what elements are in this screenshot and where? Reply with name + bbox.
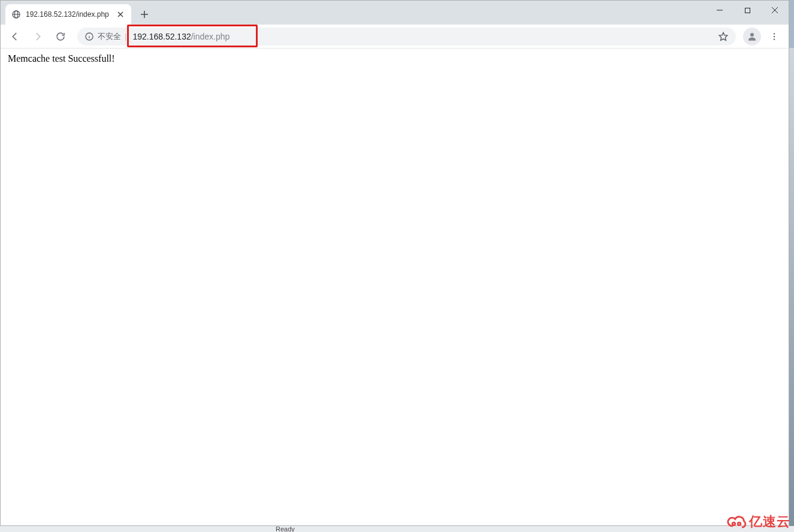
svg-marker-14 <box>719 32 727 40</box>
toolbar: 不安全 | 192.168.52.132/index.php <box>1 25 789 49</box>
globe-icon <box>11 10 21 19</box>
minimize-button[interactable] <box>706 1 733 20</box>
tab-title: 192.168.52.132/index.php <box>26 10 111 19</box>
window-controls <box>706 1 789 20</box>
svg-point-18 <box>774 38 775 40</box>
address-bar[interactable]: 不安全 | 192.168.52.132/index.php <box>77 28 736 46</box>
new-tab-button[interactable] <box>136 6 153 23</box>
tab-close-button[interactable] <box>116 10 125 19</box>
svg-point-17 <box>774 35 775 37</box>
status-text: Ready <box>276 525 295 532</box>
info-icon <box>84 32 94 41</box>
svg-point-16 <box>774 33 775 34</box>
insecure-label: 不安全 <box>98 31 121 42</box>
site-info[interactable]: 不安全 | <box>84 31 126 42</box>
forward-button[interactable] <box>28 27 47 46</box>
url-path: /index.php <box>191 32 230 41</box>
titlebar: 192.168.52.132/index.php <box>1 1 789 25</box>
tab-strip: 192.168.52.132/index.php <box>1 1 153 25</box>
url-text: 192.168.52.132/index.php <box>132 32 230 41</box>
background-sliver-right <box>789 48 794 526</box>
window-close-button[interactable] <box>761 1 789 20</box>
browser-tab[interactable]: 192.168.52.132/index.php <box>5 4 131 25</box>
back-button[interactable] <box>5 27 25 46</box>
svg-rect-8 <box>745 8 750 13</box>
bookmark-star-icon[interactable] <box>718 31 729 42</box>
page-body-text: Memcache test Successfull! <box>8 53 115 64</box>
kebab-menu-button[interactable] <box>765 27 784 46</box>
taskbar-sliver: Ready <box>0 526 794 532</box>
url-host: 192.168.52.132 <box>132 32 191 41</box>
reload-button[interactable] <box>51 27 70 46</box>
browser-window: 192.168.52.132/index.php <box>0 0 789 526</box>
page-content: Memcache test Successfull! <box>1 49 789 525</box>
desktop-background: 192.168.52.132/index.php <box>0 0 794 532</box>
profile-button[interactable] <box>743 28 761 46</box>
svg-point-15 <box>750 33 754 37</box>
maximize-button[interactable] <box>733 1 761 20</box>
